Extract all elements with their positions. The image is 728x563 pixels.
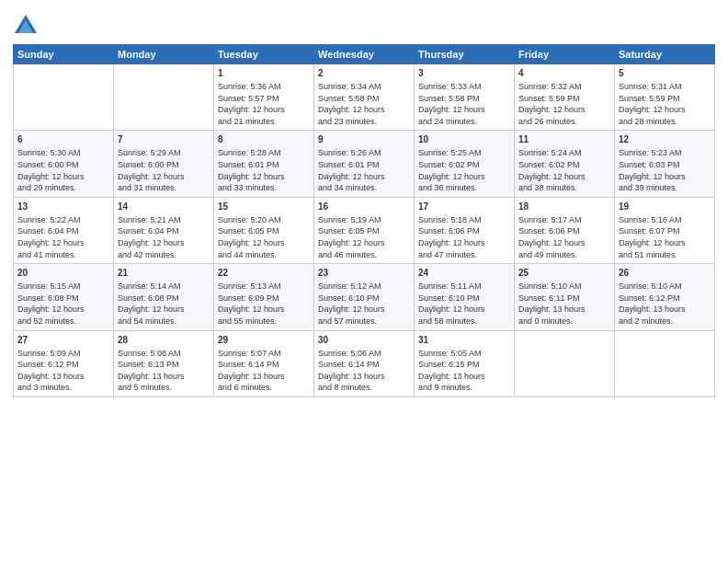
- day-number: 17: [418, 201, 510, 213]
- day-info-line: Sunset: 6:00 PM: [17, 159, 109, 171]
- day-info-line: Sunrise: 5:29 AM: [118, 147, 210, 159]
- calendar-cell: 1Sunrise: 5:36 AMSunset: 5:57 PMDaylight…: [214, 64, 314, 131]
- day-number: 23: [318, 267, 410, 280]
- calendar-cell: 15Sunrise: 5:20 AMSunset: 6:05 PMDayligh…: [214, 197, 314, 263]
- day-info-line: Daylight: 12 hours: [518, 171, 610, 183]
- day-info-line: Daylight: 13 hours: [218, 371, 310, 383]
- day-info-line: Sunset: 6:00 PM: [118, 159, 210, 171]
- day-info-line: Sunset: 6:01 PM: [218, 159, 310, 171]
- day-info-line: and 44 minutes.: [218, 249, 310, 261]
- day-info-line: Sunset: 6:09 PM: [218, 293, 310, 304]
- day-info-line: Daylight: 12 hours: [318, 104, 410, 116]
- day-info-line: Daylight: 13 hours: [318, 371, 410, 383]
- day-info-line: Sunset: 6:08 PM: [17, 293, 109, 304]
- calendar-cell: 27Sunrise: 5:09 AMSunset: 6:12 PMDayligh…: [14, 330, 114, 396]
- day-info-line: Sunset: 6:02 PM: [418, 159, 510, 171]
- day-info-line: and 55 minutes.: [218, 316, 310, 327]
- day-info-line: Daylight: 12 hours: [318, 304, 410, 316]
- day-info-line: Daylight: 12 hours: [218, 237, 310, 249]
- day-number: 15: [218, 201, 310, 213]
- calendar-cell: 13Sunrise: 5:22 AMSunset: 6:04 PMDayligh…: [14, 197, 114, 263]
- day-number: 14: [118, 201, 210, 213]
- day-number: 27: [17, 334, 109, 347]
- day-info-line: and 34 minutes.: [318, 182, 410, 194]
- calendar-cell: 8Sunrise: 5:28 AMSunset: 6:01 PMDaylight…: [214, 131, 314, 197]
- header-cell-thursday: Thursday: [415, 45, 515, 64]
- day-info-line: Sunrise: 5:30 AM: [17, 147, 109, 159]
- week-row-4: 20Sunrise: 5:15 AMSunset: 6:08 PMDayligh…: [14, 264, 715, 330]
- day-info-line: Daylight: 12 hours: [418, 304, 510, 316]
- day-info-line: and 5 minutes.: [118, 382, 210, 394]
- calendar-table: SundayMondayTuesdayWednesdayThursdayFrid…: [13, 44, 715, 397]
- day-info-line: Sunrise: 5:11 AM: [418, 281, 510, 293]
- day-number: 26: [619, 267, 711, 280]
- day-info-line: Sunrise: 5:17 AM: [518, 214, 610, 226]
- day-info-line: Sunset: 6:02 PM: [518, 159, 610, 171]
- day-number: 29: [218, 334, 310, 347]
- day-number: 4: [518, 67, 610, 80]
- calendar-cell: 29Sunrise: 5:07 AMSunset: 6:14 PMDayligh…: [214, 330, 314, 396]
- calendar-cell: 17Sunrise: 5:18 AMSunset: 6:06 PMDayligh…: [415, 197, 515, 263]
- day-info-line: and 58 minutes.: [418, 316, 510, 327]
- day-number: 11: [518, 133, 610, 146]
- day-info-line: Sunset: 5:57 PM: [218, 93, 310, 105]
- day-info-line: and 0 minutes.: [518, 316, 610, 327]
- day-info-line: Daylight: 12 hours: [318, 237, 410, 249]
- day-info-line: and 31 minutes.: [118, 182, 210, 194]
- day-info-line: Daylight: 12 hours: [619, 237, 711, 249]
- day-info-line: Daylight: 13 hours: [118, 371, 210, 383]
- calendar-cell: [114, 64, 214, 131]
- calendar-cell: 6Sunrise: 5:30 AMSunset: 6:00 PMDaylight…: [14, 131, 114, 197]
- calendar-cell: 7Sunrise: 5:29 AMSunset: 6:00 PMDaylight…: [114, 131, 214, 197]
- calendar-cell: 26Sunrise: 5:10 AMSunset: 6:12 PMDayligh…: [615, 264, 715, 330]
- header-cell-saturday: Saturday: [615, 45, 715, 64]
- day-info-line: Daylight: 12 hours: [318, 171, 410, 183]
- header-cell-sunday: Sunday: [14, 45, 114, 64]
- day-info-line: Sunset: 6:10 PM: [318, 293, 410, 304]
- header-cell-friday: Friday: [515, 45, 615, 64]
- day-info-line: Sunrise: 5:23 AM: [619, 147, 711, 159]
- header: [13, 9, 715, 39]
- calendar-header: SundayMondayTuesdayWednesdayThursdayFrid…: [14, 45, 715, 64]
- day-info-line: Sunrise: 5:12 AM: [318, 281, 410, 293]
- day-info-line: Daylight: 12 hours: [118, 171, 210, 183]
- day-info-line: Sunset: 6:05 PM: [318, 225, 410, 237]
- day-info-line: Sunrise: 5:13 AM: [218, 281, 310, 293]
- calendar-body: 1Sunrise: 5:36 AMSunset: 5:57 PMDaylight…: [14, 64, 715, 397]
- calendar-cell: 22Sunrise: 5:13 AMSunset: 6:09 PMDayligh…: [214, 264, 314, 330]
- day-info-line: Sunset: 5:58 PM: [418, 93, 510, 105]
- day-info-line: Sunset: 5:59 PM: [518, 93, 610, 105]
- day-number: 30: [318, 334, 410, 347]
- calendar-cell: 25Sunrise: 5:10 AMSunset: 6:11 PMDayligh…: [515, 264, 615, 330]
- day-number: 1: [218, 67, 310, 80]
- day-info-line: and 6 minutes.: [218, 382, 310, 394]
- day-info-line: Sunset: 6:12 PM: [619, 293, 711, 304]
- day-info-line: Sunrise: 5:16 AM: [619, 214, 711, 226]
- calendar-cell: 20Sunrise: 5:15 AMSunset: 6:08 PMDayligh…: [14, 264, 114, 330]
- day-number: 5: [619, 67, 711, 80]
- logo-icon: [13, 13, 39, 39]
- day-info-line: Sunrise: 5:28 AM: [218, 147, 310, 159]
- day-info-line: Sunrise: 5:33 AM: [418, 81, 510, 93]
- header-cell-tuesday: Tuesday: [214, 45, 314, 64]
- day-info-line: Sunset: 6:15 PM: [418, 359, 510, 371]
- day-info-line: Daylight: 12 hours: [17, 304, 109, 316]
- day-info-line: and 8 minutes.: [318, 382, 410, 394]
- calendar-cell: 19Sunrise: 5:16 AMSunset: 6:07 PMDayligh…: [615, 197, 715, 263]
- day-info-line: Sunset: 6:10 PM: [418, 293, 510, 304]
- day-info-line: and 24 minutes.: [418, 116, 510, 128]
- day-info-line: and 3 minutes.: [17, 382, 109, 394]
- day-info-line: Daylight: 12 hours: [619, 171, 711, 183]
- day-number: 22: [218, 267, 310, 280]
- day-info-line: Sunrise: 5:10 AM: [518, 281, 610, 293]
- day-info-line: and 57 minutes.: [318, 316, 410, 327]
- day-number: 7: [118, 133, 210, 146]
- day-info-line: Sunrise: 5:31 AM: [619, 81, 711, 93]
- day-info-line: Sunrise: 5:24 AM: [518, 147, 610, 159]
- day-info-line: Sunrise: 5:25 AM: [418, 147, 510, 159]
- day-info-line: Sunrise: 5:07 AM: [218, 348, 310, 360]
- day-number: 16: [318, 201, 410, 213]
- day-info-line: and 52 minutes.: [17, 316, 109, 327]
- day-number: 28: [118, 334, 210, 347]
- day-info-line: and 46 minutes.: [318, 249, 410, 261]
